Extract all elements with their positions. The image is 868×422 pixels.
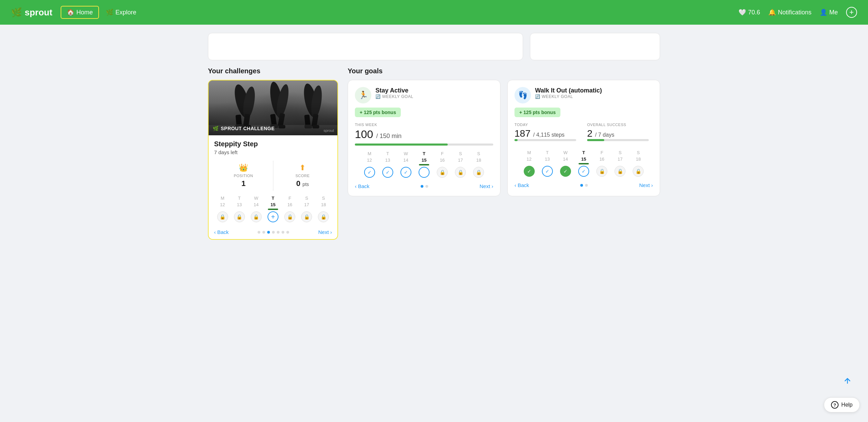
challenge-stats: 👑 POSITION 1 ⬆ SCORE 0 pts — [214, 161, 332, 191]
runner-icon: 🏃 — [359, 91, 368, 100]
wio-day-sat: S 17 🔒 — [614, 150, 626, 177]
sprout-leaf-icon: 🌿 — [213, 126, 219, 131]
stay-active-type: 🔄 WEEKLY GOAL — [375, 94, 493, 99]
add-button[interactable]: + — [846, 7, 857, 18]
day-indicator-fri — [285, 209, 295, 210]
day-check-mon: 🔒 — [217, 211, 228, 222]
walk-day-tracker: M 12 ✓ T 13 ✓ — [514, 150, 653, 177]
walk-overall-progress — [587, 139, 649, 141]
sa-check-sat: 🔒 — [455, 167, 466, 178]
wio-day-sun: S 18 🔒 — [632, 150, 644, 177]
sa-next-button[interactable]: Next › — [480, 183, 493, 189]
notifications-button[interactable]: 🔔 Notifications — [768, 9, 811, 16]
dot-3 — [267, 231, 270, 234]
day-item-fri: F 16 🔒 — [284, 196, 296, 222]
stay-active-title-group: Stay Active 🔄 WEEKLY GOAL — [375, 87, 493, 99]
header-left: 🌿 sprout 🏠 Home 🌿 Explore — [11, 6, 142, 19]
sa-day-tue: T 13 ✓ — [382, 151, 394, 178]
stay-active-card: 🏃 Stay Active 🔄 WEEKLY GOAL + 125 pts bo… — [348, 80, 500, 196]
walk-days: M 12 ✓ T 13 ✓ — [520, 150, 647, 177]
goals-title: Your goals — [348, 67, 660, 75]
stay-active-progress-fill — [355, 144, 448, 146]
stay-active-name: Stay Active — [375, 87, 493, 94]
stay-active-stat-value: 100 / 150 min — [355, 128, 493, 141]
explore-icon: 🌿 — [106, 9, 113, 16]
day-check-thu[interactable]: + — [268, 211, 278, 222]
dot-6 — [282, 231, 284, 234]
challenges-back-button[interactable]: ‹ Back — [214, 229, 229, 235]
crown-icon: 👑 — [239, 163, 248, 172]
walk-it-out-icon: 👣 — [514, 87, 531, 103]
challenges-next-button[interactable]: Next › — [318, 229, 332, 235]
sa-back-button[interactable]: ‹ Back — [355, 183, 370, 189]
challenges-title: Your challenges — [208, 67, 338, 75]
day-item-thu: T 15 + — [267, 196, 279, 222]
wio-day-thu: T 15 ✓ — [578, 150, 590, 177]
stay-active-header: 🏃 Stay Active 🔄 WEEKLY GOAL — [355, 87, 493, 103]
day-item-mon: M 12 🔒 — [216, 196, 229, 222]
wio-next-button[interactable]: Next › — [639, 182, 653, 188]
dot-1 — [258, 231, 260, 234]
help-button[interactable]: ? Help — [824, 397, 860, 412]
main-nav: 🏠 Home 🌿 Explore — [61, 6, 142, 19]
sa-day-mon: M 12 ✓ — [363, 151, 376, 178]
nav-home[interactable]: 🏠 Home — [61, 6, 99, 19]
challenge-day-tracker: M 12 🔒 T 13 🔒 W 14 — [209, 196, 337, 222]
challenges-section: Your challenges — [208, 67, 338, 240]
wio-check-mon: ✓ — [524, 166, 535, 177]
sa-check-fri: 🔒 — [437, 167, 448, 178]
day-check-wed: 🔒 — [251, 211, 262, 222]
sa-check-tue: ✓ — [382, 167, 393, 178]
header: 🌿 sprout 🏠 Home 🌿 Explore 🤍 70.6 🔔 Notif… — [0, 0, 868, 25]
logo-icon: 🌿 — [11, 7, 22, 18]
challenge-label: 🌿 SPROUT CHALLENGE — [213, 126, 275, 131]
me-button[interactable]: 👤 Me — [820, 9, 838, 16]
day-item-sun: S 18 🔒 — [317, 196, 330, 222]
wio-check-sun: 🔒 — [633, 166, 644, 177]
day-check-sun: 🔒 — [318, 211, 329, 222]
walk-it-out-name: Walk It Out (automatic) — [535, 87, 653, 94]
nav-explore[interactable]: 🌿 Explore — [100, 6, 142, 19]
walk-overall-group: OVERALL SUCCESS 2 / 7 days — [587, 123, 649, 147]
day-indicator-wed — [251, 209, 261, 210]
goals-section: Your goals 🏃 Stay Active 🔄 WEEKLY GOAL — [348, 67, 660, 196]
wio-dot-2 — [585, 184, 588, 187]
bell-icon: 🔔 — [768, 9, 776, 16]
day-indicator-sun — [318, 209, 328, 210]
goals-grid: 🏃 Stay Active 🔄 WEEKLY GOAL + 125 pts bo… — [348, 80, 660, 196]
sa-day-sat: S 17 🔒 — [454, 151, 467, 178]
walk-today-group: TODAY 187 / 4,115 steps — [514, 123, 576, 147]
days-left: 7 days left — [214, 149, 332, 155]
sa-day-fri: F 16 🔒 — [436, 151, 448, 178]
day-item-sat: S 17 🔒 — [300, 196, 313, 222]
dot-2 — [262, 231, 265, 234]
wio-back-button[interactable]: ‹ Back — [514, 182, 529, 188]
dot-5 — [277, 231, 280, 234]
wio-check-sat: 🔒 — [615, 166, 625, 177]
day-letters-row: M 12 🔒 T 13 🔒 W 14 — [214, 196, 332, 222]
dot-4 — [272, 231, 275, 234]
top-card-right — [530, 33, 660, 60]
heart-score[interactable]: 🤍 70.6 — [739, 9, 760, 16]
scroll-up-button[interactable] — [841, 374, 854, 388]
home-icon: 🏠 — [67, 9, 74, 16]
challenge-body: Steppity Step 7 days left 👑 POSITION 1 ⬆… — [209, 135, 337, 191]
stay-active-bonus: + 125 pts bonus — [355, 108, 401, 117]
stay-active-icon: 🏃 — [355, 87, 371, 103]
walk-it-out-title-group: Walk It Out (automatic) 🔄 WEEKLY GOAL — [535, 87, 653, 99]
stay-active-stat-label: THIS WEEK — [355, 123, 493, 127]
sa-check-mon: ✓ — [364, 167, 375, 178]
wio-day-fri: F 16 🔒 — [596, 150, 608, 177]
refresh-icon: 🔄 — [375, 94, 381, 99]
day-check-fri: 🔒 — [284, 211, 295, 222]
sa-check-sun: 🔒 — [473, 167, 484, 178]
walk-it-out-stats: TODAY 187 / 4,115 steps OVERALL SUCCESS … — [514, 123, 653, 147]
top-cards-row — [208, 33, 660, 60]
logo: 🌿 sprout — [11, 7, 52, 18]
challenge-name: Steppity Step — [214, 140, 332, 148]
challenge-card: 🌿 SPROUT CHALLENGE sprout Steppity Step … — [208, 80, 338, 240]
walk-today-progress — [514, 139, 576, 141]
logo-text: sprout — [25, 7, 52, 18]
stay-active-pagination: ‹ Back Next › — [355, 180, 493, 189]
sa-dot-1 — [421, 185, 423, 188]
